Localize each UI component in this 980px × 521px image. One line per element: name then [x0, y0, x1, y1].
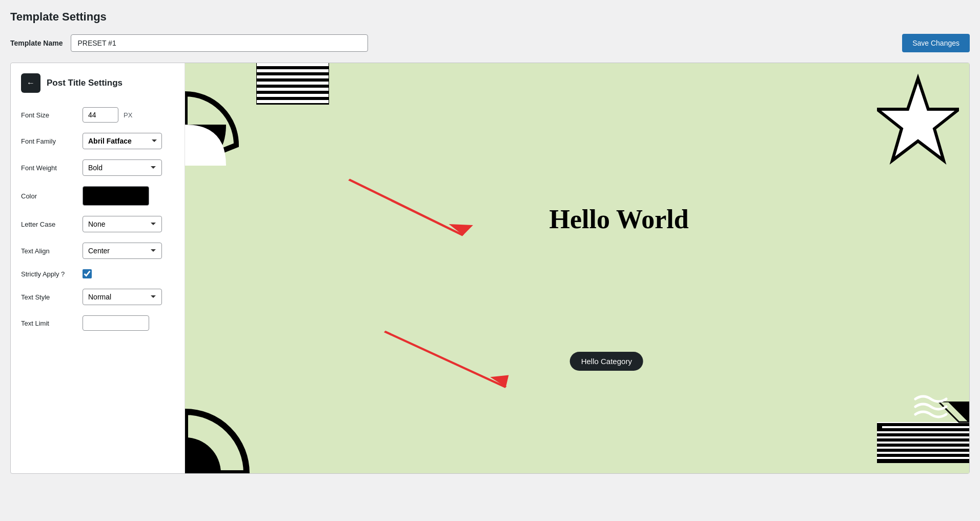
svg-rect-4 [257, 88, 329, 91]
hello-world-text: Hello World [549, 204, 689, 234]
shape-bottom-left-icon [185, 396, 262, 473]
text-style-row: Text Style Normal Italic Oblique [21, 289, 174, 305]
font-family-select[interactable]: Abril Fatface [83, 133, 162, 149]
px-label: PX [124, 111, 132, 119]
text-align-label: Text Align [21, 247, 77, 255]
section-title: Post Title Settings [47, 78, 122, 88]
font-weight-label: Font Weight [21, 164, 77, 172]
shape-star-icon [877, 73, 959, 176]
color-label: Color [21, 192, 77, 200]
svg-rect-6 [257, 100, 329, 103]
header-row: Template Name Save Changes [10, 34, 970, 52]
page-title: Template Settings [10, 10, 970, 24]
preview-area: Hello World Hello Category [185, 63, 969, 473]
font-size-input[interactable] [83, 107, 118, 123]
svg-rect-5 [257, 94, 329, 97]
letter-case-label: Letter Case [21, 221, 77, 228]
strictly-apply-label: Strictly Apply ? [21, 270, 77, 278]
preview-canvas: Hello World Hello Category [185, 63, 969, 473]
strictly-apply-row: Strictly Apply ? [21, 269, 174, 278]
font-weight-row: Font Weight Normal Bold Bolder Lighter [21, 159, 174, 176]
font-size-row: Font Size PX [21, 107, 174, 123]
svg-rect-1 [257, 69, 329, 72]
letter-case-row: Letter Case None Uppercase Lowercase Cap… [21, 216, 174, 232]
svg-marker-7 [877, 78, 959, 161]
strictly-apply-checkbox[interactable] [83, 269, 92, 278]
shape-squiggle-icon [913, 391, 949, 422]
font-weight-select[interactable]: Normal Bold Bolder Lighter [83, 159, 162, 176]
font-size-label: Font Size [21, 111, 77, 119]
svg-line-8 [349, 179, 463, 235]
text-limit-input[interactable] [83, 315, 149, 331]
text-limit-row: Text Limit [21, 315, 174, 331]
save-changes-button[interactable]: Save Changes [902, 34, 970, 52]
svg-line-10 [384, 331, 505, 387]
text-align-select[interactable]: Left Center Right Justify [83, 243, 162, 259]
text-style-label: Text Style [21, 293, 77, 301]
text-style-select[interactable]: Normal Italic Oblique [83, 289, 162, 305]
settings-sidebar: ← Post Title Settings Font Size PX Font … [11, 63, 185, 473]
back-arrow-icon: ← [27, 78, 35, 88]
font-family-label: Font Family [21, 137, 77, 145]
svg-rect-3 [257, 82, 329, 85]
hello-category-badge: Hello Category [570, 352, 643, 371]
text-align-row: Text Align Left Center Right Justify [21, 243, 174, 259]
svg-rect-2 [257, 75, 329, 78]
main-panel: ← Post Title Settings Font Size PX Font … [10, 63, 970, 474]
color-row: Color [21, 186, 174, 206]
svg-marker-9 [449, 224, 473, 235]
template-name-input[interactable] [71, 34, 368, 52]
template-name-label: Template Name [10, 39, 63, 47]
section-header: ← Post Title Settings [21, 73, 174, 93]
shape-top-center-icon [252, 63, 334, 140]
svg-rect-0 [257, 63, 329, 66]
back-button[interactable]: ← [21, 73, 40, 93]
font-family-row: Font Family Abril Fatface [21, 133, 174, 149]
letter-case-select[interactable]: None Uppercase Lowercase Capitalize [83, 216, 162, 232]
text-limit-label: Text Limit [21, 319, 77, 327]
svg-marker-11 [490, 375, 508, 387]
color-swatch[interactable] [83, 186, 149, 206]
settings-form: Font Size PX Font Family Abril Fatface F… [21, 107, 174, 331]
